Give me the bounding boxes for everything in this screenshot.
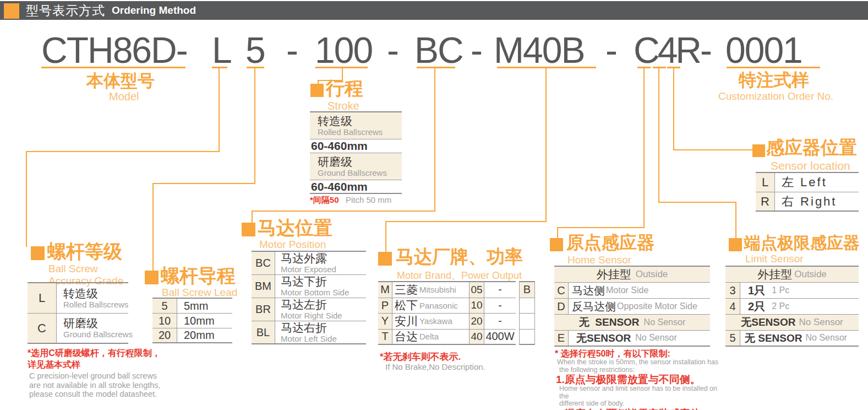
motor-brand-table: M 三菱 Mitsubishi 05 - P 松下 Panasonic 10 -…: [378, 281, 516, 345]
ball-screw-lead-title-zh: 螺杆导程: [161, 266, 236, 286]
grade-en: Rolled Ballscrews: [63, 300, 128, 309]
motor-brand-code: T: [378, 330, 392, 344]
model-dash: -: [605, 32, 616, 68]
motor-position-en: Motor Left Side: [281, 334, 337, 343]
table-row: 3 1只 1 Pc: [725, 283, 859, 299]
table-row: C 研磨级 Ground Ballscrews: [28, 314, 128, 344]
model-label-zh: 本体型号: [86, 72, 155, 90]
motor-brand-title-zh: 马达厂牌、功率: [396, 247, 523, 267]
limit-sensor-accent-square-icon: [729, 238, 742, 251]
home-sensor-note-red: * 选择行程50时，有以下限制:: [555, 349, 725, 359]
model-dash: -: [387, 32, 398, 68]
motor-power-code: 10: [470, 298, 484, 314]
ball-screw-grade-title-en1: Ball Screw: [48, 263, 98, 275]
stroke-accent-square-icon: [310, 84, 324, 97]
connector-5-v2: [152, 183, 154, 271]
home-sensor-notes: * 选择行程50时，有以下限制: When the stroke is 50mm…: [555, 349, 725, 410]
ball-screw-grade-table: L 转造级 Rolled Ballscrews C 研磨级 Ground Bal…: [28, 282, 128, 344]
motor-position-code: BM: [252, 275, 275, 298]
home-sensor-code: D: [554, 299, 569, 314]
motor-power-code: 05: [470, 282, 484, 298]
model-token-grade: L: [212, 32, 231, 68]
motor-brake-cell: [520, 330, 534, 346]
home-sensor-en: Opposite Motor Side: [617, 301, 697, 311]
stroke-range1: 60-460mm: [310, 139, 368, 153]
motor-position-en: Motor Exposed: [281, 265, 336, 274]
sensor-location-table: L 左 Left R 右 Right: [756, 172, 859, 212]
table-row: P 松下 Panasonic 10 -: [378, 298, 516, 314]
connector-BC-v2: [252, 211, 253, 223]
table-row: 无 SENSOR No Sensor: [554, 315, 710, 331]
table-row: 60-460mm: [310, 180, 402, 194]
motor-brand-zh: 三菱: [395, 282, 418, 298]
motor-brand-accent-square-icon: [378, 252, 392, 266]
home-sensor-note-gray1: When the stroke is 50mm, the sensor inst…: [555, 359, 725, 366]
table-row: 4 2只 2 Pc: [725, 299, 859, 315]
home-sensor-title-zh: 原点感应器: [566, 234, 654, 252]
connector-BC-h: [252, 211, 435, 212]
sensor-location-title-zh: 感应器位置: [766, 138, 857, 158]
lead-value: 20mm: [177, 328, 232, 342]
motor-brand-en: Delta: [419, 332, 439, 341]
title-accent-square-icon: [4, 3, 19, 19]
limit-sensor-title-zh: 端点极限感应器: [744, 234, 860, 252]
limit-sensor-title-en: Limit Sensor: [745, 253, 804, 265]
model-token-custom-no: 0001: [725, 32, 802, 68]
lead-code: 20: [152, 328, 177, 342]
connector-5-h: [152, 183, 255, 184]
table-row: R 右 Right: [756, 192, 859, 212]
stroke-range2: 60-460mm: [310, 180, 368, 193]
table-row: BC 马达外露 Motor Exposed: [252, 252, 366, 275]
lead-value: 5mm: [177, 299, 232, 313]
limit-sensor-code: 3: [725, 283, 740, 298]
home-sensor-zh: 反马达侧: [572, 299, 616, 314]
sensor-location-title-en: Sensor location: [771, 159, 850, 172]
ball-screw-grade-accent-square-icon: [31, 246, 45, 260]
limit-sensor-header1-zh: 外挂型: [757, 267, 792, 282]
limit-sensor-zh: 2只: [748, 299, 765, 314]
table-row: 20 20mm: [152, 328, 232, 343]
table-row: E 无SENSOR No Sensor: [554, 331, 710, 347]
motor-brand-code: M: [378, 282, 392, 298]
model-token-motor-position: BC: [414, 32, 463, 68]
connector-C-v1: [643, 68, 645, 228]
motor-position-title-en: Motor Position: [259, 239, 326, 251]
home-sensor-zh: 无SENSOR: [576, 331, 631, 346]
motor-brand-en: Yaskawa: [419, 316, 452, 326]
home-sensor-zh: 马达侧: [572, 283, 605, 298]
motor-position-table: BC 马达外露 Motor Exposed BM 马达下折 Motor Bott…: [252, 251, 366, 344]
model-dash: -: [471, 32, 482, 68]
connector-BC-v1: [434, 68, 435, 212]
model-token-lead: 5: [245, 32, 265, 68]
table-row: 外挂型 Outside: [725, 267, 859, 283]
limit-sensor-header2-en: No Sensor: [799, 317, 843, 328]
table-row: 5 5mm: [152, 299, 232, 314]
connector-4-h: [658, 202, 736, 203]
limit-sensor-zh: 1只: [748, 283, 765, 298]
table-row: M 三菱 Mitsubishi 05 -: [378, 282, 516, 298]
motor-power-code: 20: [470, 314, 484, 329]
stroke-note-gray: Pitch 50 mm: [346, 195, 391, 204]
connector-tick-L: [212, 67, 227, 68]
motor-position-code: BL: [252, 321, 275, 343]
connector-L-v1: [219, 68, 220, 152]
connector-M40B-v2: [385, 221, 386, 252]
motor-power-value: -: [484, 314, 516, 329]
model-dash: -: [700, 32, 711, 68]
sensor-location-value: 左 Left: [775, 173, 859, 192]
table-row: C 马达侧 Motor Side: [554, 283, 710, 299]
home-sensor-note1-red: 1.原点与极限需放置与不同侧。: [555, 374, 725, 385]
connector-tick-5: [247, 67, 264, 68]
grade-note-gray-line3: please consult the model datasheet.: [29, 390, 161, 399]
table-row: BR 马达左折 Motor Right Side: [252, 298, 366, 321]
motor-power-code: 40: [470, 330, 484, 344]
connector-4-v1: [658, 68, 659, 203]
page-title-zh: 型号表示方式: [26, 2, 105, 19]
lead-code: 10: [152, 314, 177, 328]
lead-value: 10mm: [177, 314, 232, 328]
sensor-location-code: L: [756, 173, 775, 192]
motor-power-value: 400W: [484, 330, 516, 344]
stroke-note-red: *间隔50: [310, 195, 339, 206]
connector-L-h: [26, 151, 220, 152]
grade-note-red: *选用C研磨级螺杆，有行程限制， 详见基本式样: [28, 347, 161, 370]
